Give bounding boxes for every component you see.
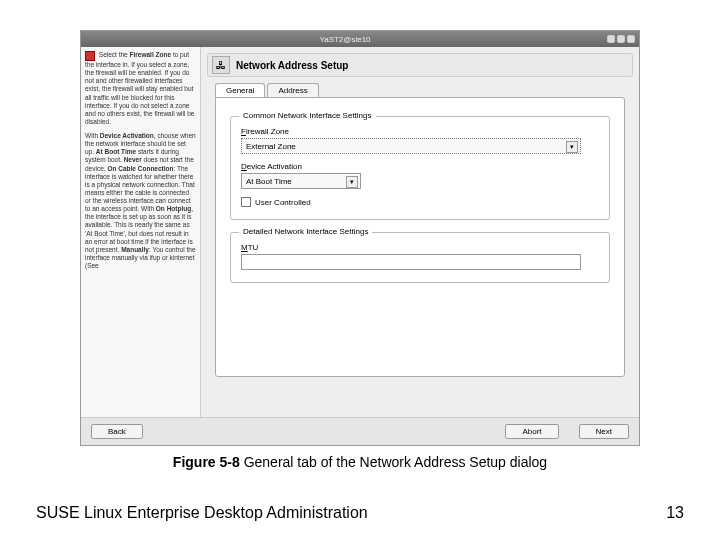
abort-button[interactable]: Abort: [505, 424, 558, 439]
mtu-input[interactable]: [241, 254, 581, 270]
device-activation-label: Device Activation: [241, 162, 599, 171]
user-controlled-row: User Controlled: [241, 197, 599, 207]
maximize-icon[interactable]: [617, 35, 625, 43]
tab-general[interactable]: General: [215, 83, 265, 97]
wizard-footer: Back Abort Next: [81, 417, 639, 445]
detailed-group-title: Detailed Network Interface Settings: [239, 227, 372, 236]
yast-window: YaST2@sle10 Select the Firewall Zone to …: [80, 30, 640, 446]
mtu-label: MTU: [241, 243, 599, 252]
common-group-title: Common Network Interface Settings: [239, 111, 376, 120]
next-button[interactable]: Next: [579, 424, 629, 439]
help-bold: On Cable Connection: [107, 165, 173, 172]
figure-number: Figure 5-8: [173, 454, 240, 470]
tab-address[interactable]: Address: [267, 83, 318, 97]
minimize-icon[interactable]: [607, 35, 615, 43]
help-bold: Firewall Zone: [130, 51, 172, 58]
help-text: Select the: [99, 51, 130, 58]
firewall-zone-select[interactable]: External Zone ▾: [241, 138, 581, 154]
user-controlled-label: User Controlled: [255, 198, 311, 207]
help-text: With: [85, 132, 100, 139]
tab-body-general: Common Network Interface Settings Firewa…: [215, 97, 625, 377]
page-footer: SUSE Linux Enterprise Desktop Administra…: [36, 504, 684, 522]
help-bold: Manually: [121, 246, 149, 253]
window-title: YaST2@sle10: [85, 35, 605, 44]
detailed-settings-group: Detailed Network Interface Settings MTU: [230, 232, 610, 283]
page-number: 13: [666, 504, 684, 522]
help-text: to put the interface in. If you select a…: [85, 51, 194, 125]
figure-text: General tab of the Network Address Setup…: [240, 454, 547, 470]
back-button[interactable]: Back: [91, 424, 143, 439]
device-activation-value: At Boot Time: [246, 177, 292, 186]
titlebar: YaST2@sle10: [81, 31, 639, 47]
network-icon: 🖧: [212, 56, 230, 74]
help-sidebar: Select the Firewall Zone to put the inte…: [81, 47, 201, 417]
figure-caption: Figure 5-8 General tab of the Network Ad…: [48, 454, 672, 470]
tabs: General Address: [215, 83, 633, 97]
close-icon[interactable]: [627, 35, 635, 43]
firewall-zone-label: Firewall Zone: [241, 127, 599, 136]
book-title: SUSE Linux Enterprise Desktop Administra…: [36, 504, 368, 522]
panel-header: 🖧 Network Address Setup: [207, 53, 633, 77]
main-panel: 🖧 Network Address Setup General Address …: [201, 47, 639, 417]
firewall-icon: [85, 51, 95, 61]
help-bold: At Boot Time: [96, 148, 136, 155]
panel-title: Network Address Setup: [236, 60, 348, 71]
device-activation-select[interactable]: At Boot Time ▾: [241, 173, 361, 189]
user-controlled-checkbox[interactable]: [241, 197, 251, 207]
chevron-down-icon[interactable]: ▾: [566, 141, 578, 153]
common-settings-group: Common Network Interface Settings Firewa…: [230, 116, 610, 220]
chevron-down-icon[interactable]: ▾: [346, 176, 358, 188]
firewall-zone-value: External Zone: [246, 142, 296, 151]
help-bold: Device Activation: [100, 132, 154, 139]
help-bold: Never: [124, 156, 142, 163]
help-bold: On Hotplug: [156, 205, 191, 212]
